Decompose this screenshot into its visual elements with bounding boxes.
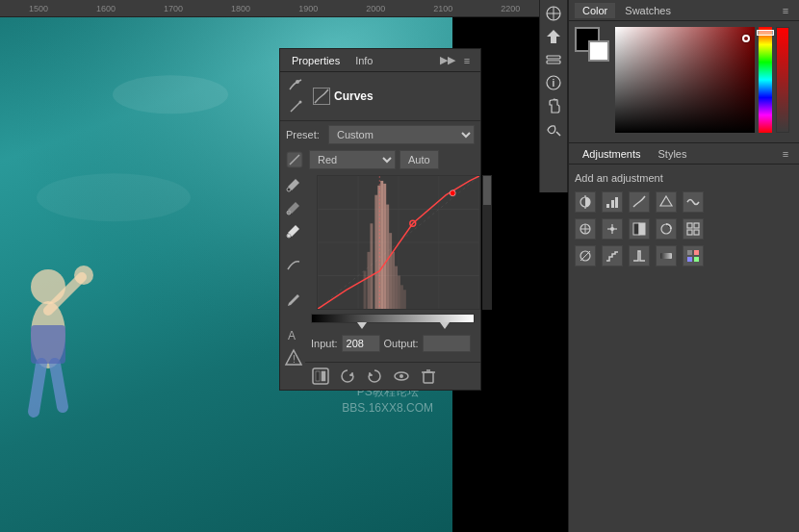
threshold-button[interactable] [629,245,650,266]
ruler-tick: 1500 [29,4,48,13]
panel-menu-icon[interactable]: ≡ [459,53,475,68]
svg-rect-45 [313,368,328,384]
svg-rect-34 [392,252,395,309]
color-balance-button[interactable] [602,218,623,240]
curves-header: Curves [280,72,480,121]
input-value[interactable]: 208 [342,335,380,352]
svg-rect-65 [606,204,609,208]
background-color[interactable] [588,40,609,62]
info-icon[interactable]: i [544,73,563,92]
levels-button[interactable] [602,191,623,213]
svg-rect-41 [364,271,367,309]
svg-text:!: ! [293,354,296,365]
input-slider-container [311,314,475,323]
reset-button[interactable] [365,367,384,386]
panel-expand-icon[interactable]: ▶▶ [440,53,455,68]
arrow-icon[interactable] [544,27,563,46]
tab-properties[interactable]: Properties [286,53,346,68]
selective-color-button[interactable] [683,245,704,266]
svg-rect-35 [395,266,398,309]
shadow-slider[interactable] [357,322,367,329]
invert-button[interactable] [575,245,596,266]
tab-styles[interactable]: Styles [651,146,695,162]
pencil-tool[interactable] [284,291,303,310]
hand-icon[interactable] [544,96,563,115]
svg-text:A: A [288,329,296,342]
scrollbar-thumb[interactable] [483,176,491,205]
svg-rect-30 [380,181,383,309]
eyedropper-white-tool[interactable] [284,221,303,241]
tab-color[interactable]: Color [575,3,615,18]
svg-point-3 [37,173,191,221]
add-adjustment-label: Add an adjustment [575,172,793,184]
svg-rect-32 [386,205,389,309]
channel-select[interactable]: Red RGB Green Blue [309,150,396,169]
svg-rect-76 [639,223,645,235]
panel-arrows: ▶▶ ≡ [440,53,475,68]
preset-select[interactable]: Custom [328,125,475,144]
type-tool[interactable]: A [284,325,303,344]
photo-filter-button[interactable] [656,218,677,240]
visibility-toggle[interactable] [392,367,411,386]
svg-point-14 [287,188,291,191]
svg-point-74 [610,227,614,231]
nav-icon[interactable] [544,4,563,23]
svg-line-61 [556,132,560,136]
opacity-slider[interactable] [776,27,789,133]
delete-button[interactable] [419,367,438,386]
tab-swatches[interactable]: Swatches [617,3,679,18]
adjustments-header: Adjustments Styles ≡ [569,143,799,165]
svg-rect-66 [611,200,614,208]
svg-rect-75 [633,223,639,235]
vibrance-button[interactable] [683,191,704,213]
layers-icon[interactable] [544,50,563,69]
brightness-contrast-button[interactable] [575,191,596,213]
channel-mixer-button[interactable] [683,218,704,240]
exposure-button[interactable] [656,191,677,213]
hue-slider[interactable] [759,27,772,133]
add-mask-button[interactable] [311,367,330,386]
output-value[interactable] [423,335,471,352]
eyedropper-black-tool[interactable] [284,175,303,194]
svg-rect-46 [316,371,320,381]
input-gradient-slider[interactable] [311,314,475,323]
ruler-tick: 1600 [96,4,116,13]
svg-point-16 [287,234,291,238]
svg-rect-81 [694,230,699,235]
adj-icons-row-2 [575,218,793,240]
edit-points-tool[interactable] [286,76,305,95]
posterize-button[interactable] [602,245,623,266]
svg-point-12 [299,101,302,104]
bw-button[interactable] [629,218,650,240]
svg-marker-56 [547,30,560,43]
tab-info[interactable]: Info [349,53,378,68]
svg-rect-87 [687,257,692,262]
ruler-tick: 2100 [433,4,452,13]
curves-scrollbar[interactable] [482,175,492,310]
zoom-icon[interactable] [544,119,563,139]
adj-panel-menu[interactable]: ≡ [778,146,793,162]
smooth-tool[interactable] [284,256,303,275]
previous-state-button[interactable] [338,367,357,386]
eyedropper-gray-tool[interactable] [284,198,303,217]
tab-adjustments[interactable]: Adjustments [575,146,649,162]
io-row: Input: 208 Output: [305,331,480,356]
svg-rect-29 [377,186,380,309]
curves-graph[interactable] [317,175,480,310]
curves-button[interactable] [629,191,650,213]
warning-icon: ! [284,348,303,367]
highlight-slider[interactable] [440,322,450,329]
color-panel-menu[interactable]: ≡ [778,3,793,18]
svg-point-7 [74,266,93,285]
input-label: Input: [311,338,338,349]
hsl-button[interactable] [575,218,596,240]
draw-tool[interactable] [286,97,305,116]
gradient-map-button[interactable] [656,245,677,266]
ruler-tick: 1900 [298,4,318,13]
curves-adjustment-icon [313,88,330,105]
adjustments-panel: Adjustments Styles ≡ Add an adjustment [569,143,799,532]
auto-button[interactable]: Auto [400,150,439,169]
color-saturation-brightness[interactable] [615,27,755,133]
svg-rect-79 [694,223,699,228]
svg-rect-28 [374,195,377,309]
